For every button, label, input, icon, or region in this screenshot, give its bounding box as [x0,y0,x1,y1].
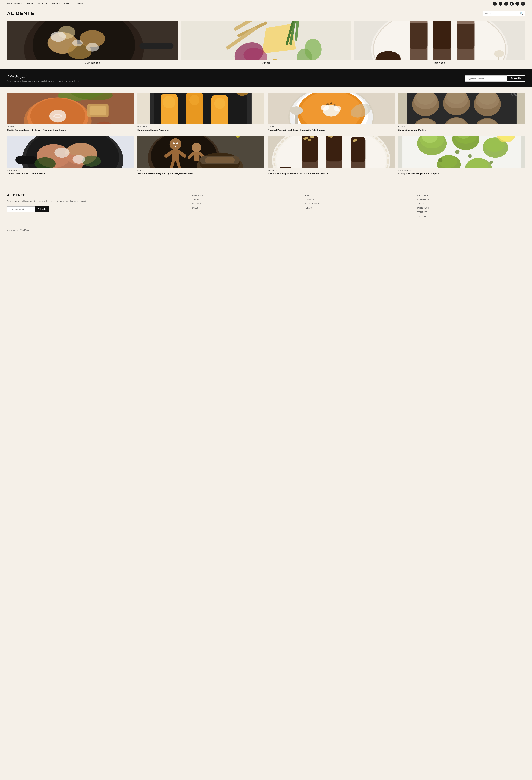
nav-about[interactable]: ABOUT [64,3,72,5]
twitter-icon[interactable]: 𝕏 [521,2,525,6]
recipe-title-mango: Homemade Mango Popsicles [138,129,264,132]
recipe-title-black-forest: Black Forest Popsicles with Dark Chocola… [268,172,394,175]
svg-point-83 [333,104,336,106]
svg-point-69 [214,98,225,109]
hero-label-lunch: LUNCH [181,62,352,64]
recipe-image-gingerbread: ✦ ✦ [138,136,264,167]
recipe-card-gingerbread[interactable]: ✦ ✦ BAKES Seasonal Bakes: Easy and Quick… [138,136,264,175]
recipe-image-mango-popsicle [138,93,264,124]
hero-image-lunch [181,21,352,60]
recipe-card-broccoli[interactable]: MAIN DISHES Crispy Broccoli Tempura with… [398,136,525,175]
newsletter-subscribe-button[interactable]: Subscribe [507,76,525,82]
newsletter-banner: Join the fun! Stay updated with our late… [0,69,532,87]
footer-link-pinterest[interactable]: PINTEREST [417,207,429,209]
youtube-icon[interactable]: ▶ [516,2,519,6]
recipe-card-salmon[interactable]: MAIN DISHES Salmon with Spinach Cream Sa… [7,136,134,175]
footer-links-col3: FACEBOOK INSTAGRAM TIKTOK PINTEREST YOUT… [417,194,525,219]
footer-link-twitter[interactable]: TWITTER [417,215,426,217]
svg-rect-46 [498,57,499,60]
svg-point-63 [163,96,175,108]
svg-point-45 [494,50,504,57]
newsletter-subtext: Stay updated with our latest recipes and… [7,80,79,83]
svg-point-185 [468,154,472,158]
svg-rect-39 [457,21,475,24]
search-input[interactable] [485,12,520,15]
footer-bottom: Designed with WordPress [7,226,525,231]
recipe-card-rustic-tomato[interactable]: LUNCH Rustic Tomato Soup with Brown Rice… [7,93,134,132]
instagram-icon[interactable]: ● [498,2,502,6]
recipe-title-muffins: Zingy Lime Vegan Muffins [398,129,525,132]
recipe-card-mango-popsicle[interactable]: ICE POPS Homemade Mango Popsicles [138,93,264,132]
svg-rect-145 [205,157,235,163]
recipe-category-pumpkin: LUNCH [268,126,394,128]
footer-link-about[interactable]: ABOUT [305,194,312,196]
recipe-grid-row2: MAIN DISHES Salmon with Spinach Cream Sa… [7,136,525,175]
hero-label-main-dishes: MAIN DISHES [7,62,178,64]
svg-rect-35 [433,21,451,49]
recipe-card-pumpkin-soup[interactable]: LUNCH Roasted Pumpkin and Carrot Soup wi… [268,93,394,132]
recipe-card-black-forest[interactable]: ICE POPS Black Forest Popsicles with Dar… [268,136,394,175]
svg-point-80 [321,105,329,110]
recipe-image-broccoli [398,136,525,167]
footer-link-tiktok[interactable]: TIKTOK [417,203,425,205]
recipe-image-pumpkin-soup [268,93,394,124]
hero-grid: MAIN DISHES [0,20,532,69]
recipe-category-broccoli: MAIN DISHES [398,169,525,171]
footer-link-terms[interactable]: TERMS [305,207,312,209]
footer-link-bakes[interactable]: BAKES [192,207,199,209]
footer-links-col1: MAIN DISHES LUNCH ICE POPS BAKES [192,194,299,219]
recipe-image-black-forest [268,136,394,167]
newsletter-form: Subscribe [465,76,525,82]
footer-link-contact[interactable]: CONTACT [305,198,314,201]
recipe-title-broccoli: Crispy Broccoli Tempura with Capers [398,172,525,175]
recipe-category-muffins: BAKES [398,126,525,128]
footer-wordpress-link[interactable]: WordPress [20,229,29,231]
svg-point-136 [173,142,175,144]
svg-point-130 [170,138,181,150]
newsletter-email-input[interactable] [465,76,507,82]
hero-card-ice-pops[interactable]: ICE POPS [354,21,525,64]
search-button[interactable]: 🔍 [520,12,523,15]
recipe-category-salmon: MAIN DISHES [7,169,134,171]
footer-subscribe-button[interactable]: Subscribe [35,206,49,212]
svg-point-186 [438,158,442,162]
footer-inner: AL DENTE Stay up to date with our latest… [7,194,525,219]
footer-link-instagram[interactable]: INSTAGRAM [417,198,429,201]
footer-link-lunch[interactable]: LUNCH [192,198,199,201]
footer-link-facebook[interactable]: FACEBOOK [417,194,429,196]
social-icons: f ● ♫ p ▶ 𝕏 [493,2,525,6]
hero-card-lunch[interactable]: LUNCH [181,21,352,64]
footer-link-privacy[interactable]: PRIVACY POLICY [305,203,322,205]
svg-line-134 [171,161,173,168]
tiktok-icon[interactable]: ♫ [504,2,508,6]
newsletter-heading: Join the fun! [7,74,79,79]
svg-point-11 [86,43,99,52]
nav-main-dishes[interactable]: MAIN DISHES [7,3,22,5]
footer-link-ice-pops[interactable]: ICE POPS [192,203,202,205]
footer-links-col2: ABOUT CONTACT PRIVACY POLICY TERMS [305,194,412,219]
svg-rect-36 [457,21,475,49]
svg-point-137 [176,142,178,144]
footer-link-main-dishes[interactable]: MAIN DISHES [192,194,205,196]
facebook-icon[interactable]: f [493,2,497,6]
pinterest-icon[interactable]: p [510,2,514,6]
recipe-card-lime-muffins[interactable]: BAKES Zingy Lime Vegan Muffins [398,93,525,132]
svg-point-82 [326,103,329,105]
recipe-category-mango: ICE POPS [138,126,264,128]
hero-image-ice-pops [354,21,525,60]
nav-bakes[interactable]: BAKES [52,3,60,5]
hero-card-main-dishes[interactable]: MAIN DISHES [7,21,178,64]
recipe-category-gingerbread: BAKES [138,169,264,171]
nav-contact[interactable]: CONTACT [76,3,87,5]
svg-point-187 [489,161,493,164]
nav-ice-pops[interactable]: ICE POPS [38,3,49,5]
nav-lunch[interactable]: LUNCH [26,3,34,5]
svg-point-86 [290,106,303,115]
svg-rect-34 [410,21,428,49]
svg-point-84 [330,102,332,104]
footer-email-input[interactable] [7,206,35,212]
svg-point-138 [192,143,201,152]
footer-link-youtube[interactable]: YOUTUBE [417,211,427,213]
footer-newsletter-form: Subscribe [7,206,186,212]
footer-brand: AL DENTE Stay up to date with our latest… [7,194,186,219]
